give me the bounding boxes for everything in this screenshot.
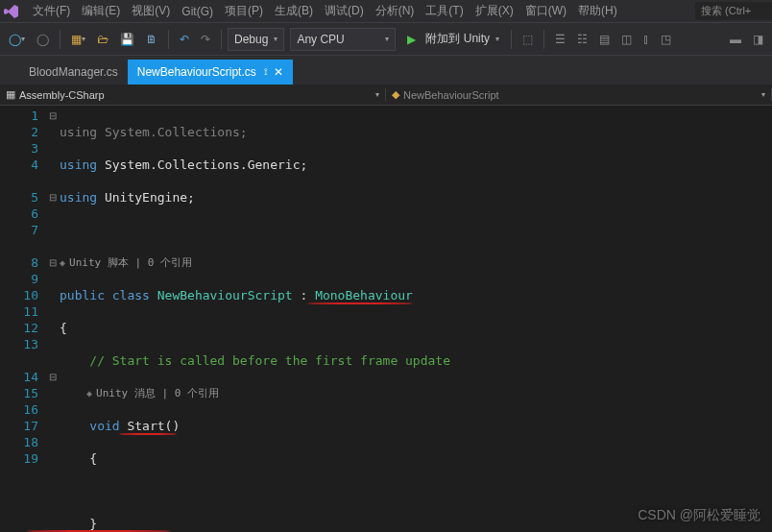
code-content[interactable]: using System.Collections; using System.C… [60, 106, 772, 532]
fold-toggle[interactable]: ⊟ [46, 189, 60, 206]
platform-dropdown[interactable]: Any CPU▾ [290, 28, 396, 51]
separator [543, 30, 544, 49]
menu-window[interactable]: 窗口(W) [519, 0, 572, 22]
search-input[interactable]: 搜索 (Ctrl+ [695, 2, 772, 20]
line-gutter: 1 2 3 4 5 6 7 8 9 10 11 12 13 14 15 16 1… [0, 106, 46, 532]
nav-class[interactable]: ◆ NewBehaviourScript ▾ [386, 88, 772, 101]
unity-icon: ◈ [86, 385, 92, 401]
fold-toggle[interactable]: ⊟ [46, 369, 60, 385]
config-dropdown[interactable]: Debug▾ [228, 28, 284, 51]
nav-forward-button[interactable]: ◯ [32, 29, 54, 50]
class-icon: ◆ [392, 88, 399, 101]
code-editor[interactable]: 1 2 3 4 5 6 7 8 9 10 11 12 13 14 15 16 1… [0, 106, 772, 532]
nav-bar: ▦ Assembly-CSharp ▾ ◆ NewBehaviourScript… [0, 85, 772, 106]
document-tabs: BloodManager.cs NewBehaviourScript.cs ⟟ … [0, 56, 772, 85]
separator [168, 30, 169, 49]
save-all-button[interactable]: 🗎 [141, 29, 162, 50]
menu-bar: 文件(F) 编辑(E) 视图(V) Git(G) 项目(P) 生成(B) 调试(… [0, 0, 772, 23]
codelens[interactable]: ◈Unity 脚本 | 0 个引用 [60, 254, 772, 271]
undo-button[interactable]: ↶ [175, 29, 194, 50]
tool-button-2[interactable]: ☰ [550, 29, 570, 50]
menu-git[interactable]: Git(G) [176, 2, 219, 21]
close-icon[interactable]: ✕ [274, 65, 283, 79]
codelens[interactable]: ◈Unity 消息 | 0 个引用 [60, 385, 772, 401]
fold-gutter: ⊟ ⊟ ⊟ ⊟ [46, 106, 60, 532]
tool-button-8[interactable]: ▬ [725, 29, 746, 50]
menu-debug[interactable]: 调试(D) [319, 0, 370, 22]
redo-button[interactable]: ↷ [196, 29, 215, 50]
tool-button-7[interactable]: ◳ [656, 29, 676, 50]
tool-button-4[interactable]: ▤ [594, 29, 615, 50]
tool-button-1[interactable]: ⬚ [518, 29, 538, 50]
tab-newbehaviourscript[interactable]: NewBehaviourScript.cs ⟟ ✕ [128, 60, 293, 85]
unity-icon: ◈ [60, 254, 65, 271]
menu-help[interactable]: 帮助(H) [572, 0, 623, 22]
nav-project[interactable]: ▦ Assembly-CSharp ▾ [0, 88, 386, 101]
vs-logo-icon [4, 3, 21, 20]
toolbar: ◯ ▾ ◯ ▦ ▾ 🗁 💾 🗎 ↶ ↷ Debug▾ Any CPU▾ ▶附加到… [0, 23, 772, 56]
separator [511, 30, 512, 49]
run-button[interactable]: ▶附加到 Unity▾ [401, 28, 505, 51]
tool-button-6[interactable]: ⫿ [639, 29, 654, 50]
menu-view[interactable]: 视图(V) [126, 0, 176, 22]
fold-toggle[interactable]: ⊟ [46, 108, 60, 124]
menu-tools[interactable]: 工具(T) [420, 0, 469, 22]
save-button[interactable]: 💾 [115, 29, 139, 50]
csharp-project-icon: ▦ [6, 88, 15, 101]
tool-button-3[interactable]: ☷ [572, 29, 592, 50]
fold-toggle[interactable]: ⊟ [46, 254, 60, 271]
menu-analyze[interactable]: 分析(N) [370, 0, 421, 22]
tab-bloodmanager[interactable]: BloodManager.cs [19, 60, 128, 85]
separator [60, 30, 60, 49]
watermark: CSDN @阿松爱睡觉 [638, 507, 760, 524]
menu-project[interactable]: 项目(P) [219, 0, 269, 22]
tool-button-9[interactable]: ◨ [748, 29, 768, 50]
menu-file[interactable]: 文件(F) [27, 0, 76, 22]
nav-back-button[interactable]: ◯ ▾ [4, 29, 30, 50]
menu-extensions[interactable]: 扩展(X) [470, 0, 519, 22]
tool-button-5[interactable]: ◫ [616, 29, 637, 50]
separator [221, 30, 222, 49]
menu-edit[interactable]: 编辑(E) [76, 0, 126, 22]
new-item-button[interactable]: ▦ ▾ [66, 29, 90, 50]
pin-icon[interactable]: ⟟ [264, 66, 268, 78]
open-button[interactable]: 🗁 [92, 29, 113, 50]
menu-build[interactable]: 生成(B) [269, 0, 319, 22]
